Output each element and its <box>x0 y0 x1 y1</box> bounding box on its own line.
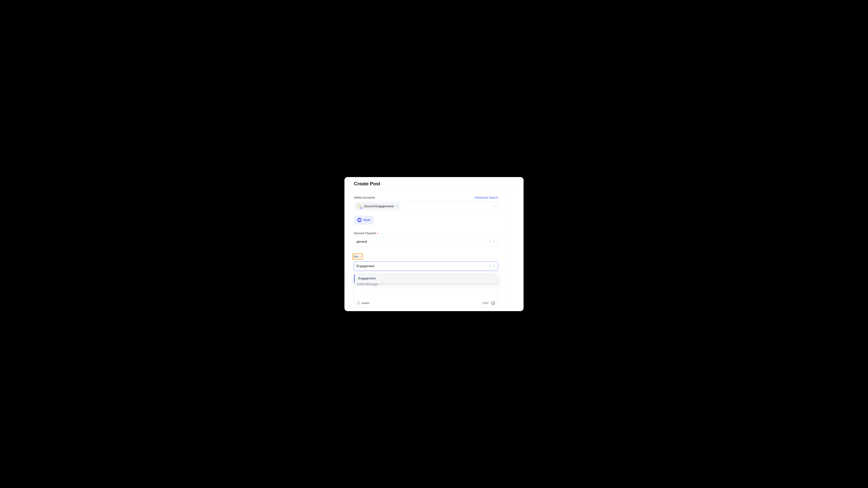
account-chip-remove[interactable] <box>396 205 399 207</box>
page-title: Create Post <box>354 181 514 187</box>
plus-circle-icon: + <box>357 301 360 305</box>
modal-body: Select Accounts Advanced Search <box>344 190 524 311</box>
required-dot-icon: ● <box>359 255 361 258</box>
discord-icon <box>357 218 362 222</box>
svg-point-0 <box>492 301 495 305</box>
account-chip: Discord Engagements <box>355 202 400 210</box>
accounts-select[interactable]: Discord Engagements <box>354 201 498 212</box>
discord-badge-icon <box>360 207 363 209</box>
accounts-chevron-down-icon[interactable] <box>493 205 496 207</box>
bot-option[interactable]: Engagement <box>354 274 498 283</box>
message-footer: + Insert 2000 <box>354 299 498 307</box>
channel-section: Discord Channel ● general <box>354 231 498 247</box>
bot-label-highlight: Bot ● <box>352 254 363 259</box>
channel-value: general <box>356 240 489 243</box>
account-chip-label: Discord Engagements <box>364 204 394 208</box>
bot-label: Bot <box>354 255 359 258</box>
accounts-label: Select Accounts <box>354 196 375 199</box>
bot-section: Bot ● Engagement <box>354 254 498 271</box>
post-type-row: Post <box>354 216 498 224</box>
create-post-modal: Create Post Select Accounts Advanced Sea… <box>344 177 524 311</box>
post-type-pill[interactable]: Post <box>354 216 373 224</box>
required-dot-icon: ● <box>376 232 378 235</box>
insert-label: Insert <box>362 301 369 305</box>
insert-button[interactable]: + Insert <box>357 301 369 305</box>
char-count: 2000 <box>482 301 489 305</box>
bot-dropdown-menu: Engagement <box>354 274 498 283</box>
emoji-picker-icon[interactable] <box>491 301 495 305</box>
advanced-search-link[interactable]: Advanced Search <box>475 196 498 199</box>
channel-chevron-down-icon[interactable] <box>493 240 496 243</box>
bot-clear-icon[interactable] <box>489 265 491 267</box>
bot-value: Engagement <box>356 264 489 268</box>
bot-select[interactable]: Engagement <box>354 261 498 271</box>
channel-select[interactable]: general <box>354 237 498 247</box>
bot-chevron-up-icon[interactable] <box>493 265 496 267</box>
post-type-label: Post <box>364 218 370 222</box>
channel-label: Discord Channel <box>354 231 376 235</box>
accounts-header-row: Select Accounts Advanced Search <box>354 196 498 199</box>
channel-clear-icon[interactable] <box>489 240 491 243</box>
side-column <box>506 190 524 311</box>
account-avatar-icon <box>357 204 362 209</box>
modal-header: Create Post <box>344 177 524 190</box>
main-column: Select Accounts Advanced Search <box>344 190 506 311</box>
